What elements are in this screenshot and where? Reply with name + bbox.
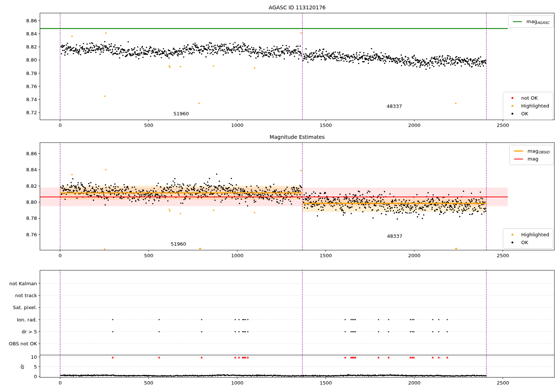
plot3-flag-dot	[354, 319, 355, 320]
plot3-flag-category-label: dr > 5	[22, 329, 37, 335]
plot2-highlighted-point	[105, 169, 107, 171]
plot3-flag-category-label: OBS not OK	[9, 341, 37, 346]
plot2-y-tick-label: 8.80	[26, 199, 37, 205]
legend-status-item: Highlighted	[507, 102, 549, 110]
plot3-flag-dot	[247, 331, 248, 332]
plot3-flag-dot	[410, 331, 411, 332]
plot2-x-tick-label: 0	[59, 253, 62, 258]
plot2-highlighted-point	[300, 170, 302, 171]
plot3-flag-dot	[201, 319, 202, 320]
plot3-flag-dot	[447, 331, 448, 332]
figure-canvas: 5196048337050010001500200025008.728.748.…	[0, 0, 560, 392]
legend-status-item: OK	[507, 110, 549, 118]
legend-point-status-2: HighlightedOK	[503, 228, 553, 249]
plot2-y-tick-label: 8.84	[26, 167, 37, 172]
plot3-dr-clipped-flag	[234, 357, 236, 358]
plot3-flag-dot	[112, 331, 113, 332]
plot3-flag-dot	[159, 331, 160, 332]
legend-status-2-item: OK	[507, 239, 549, 246]
plot2-highlighted-point	[213, 209, 214, 211]
plot1-x-tick-label: 2500	[497, 122, 509, 128]
plot1-y-tick-label: 8.84	[26, 31, 37, 37]
plot1-highlighted-point	[254, 67, 255, 69]
legend-status-dot-swatch	[511, 97, 513, 99]
plot3-dr-clipped-flag	[438, 357, 440, 358]
legend-mag-lines-item: mag	[513, 155, 550, 163]
plot1-highlighted-point	[198, 103, 200, 104]
legend-status-dot-swatch	[511, 105, 513, 107]
legend-status-2-dot-swatch	[511, 234, 513, 236]
plot2-highlighted-point	[71, 174, 73, 175]
plot1-highlighted-point	[168, 65, 170, 67]
legend-mag-lines-line-swatch	[514, 159, 523, 159]
plot3-dr-clipped-flag	[388, 357, 390, 358]
plot3-flag-category-label: not Kalman	[9, 281, 37, 286]
plot3-dr-clipped-flag	[446, 357, 448, 358]
plot3-axes-frame	[40, 270, 554, 377]
plot3-flag-dot	[355, 319, 356, 320]
legend-mag-lines-label: magOBSID	[528, 148, 550, 154]
plot3-x-tick-label: 2000	[408, 380, 420, 386]
plot2-x-tick-label: 1000	[231, 253, 243, 258]
plot2-y-tick-label: 8.82	[26, 183, 37, 189]
plot3-flag-dot	[201, 331, 202, 332]
plot2-y-tick-label: 8.76	[26, 232, 37, 237]
plot2-highlighted-point	[169, 211, 171, 212]
plot3-flag-dot	[243, 331, 245, 332]
plot1-y-tick-label: 8.74	[26, 97, 37, 102]
plot3-flag-dot	[352, 331, 353, 332]
plot2-x-tick-label: 500	[144, 253, 153, 258]
plot3-flag-dot	[378, 331, 379, 332]
plot2-x-tick-label: 2000	[408, 253, 420, 258]
legend-status-2-label: OK	[521, 240, 528, 245]
legend-status-label: not OK	[521, 95, 538, 101]
plot3-flag-dot	[345, 331, 346, 332]
plot3-dr-tick-label: 10	[31, 354, 37, 360]
plot3-flag-dot	[355, 331, 356, 332]
plot3-dr-clipped-flag	[354, 357, 357, 358]
plot3-flag-dot	[388, 319, 389, 320]
plot3-flag-dot	[235, 331, 236, 332]
plot3-flag-dot	[378, 319, 379, 320]
plot3-flag-dot	[235, 319, 236, 320]
plot3-flag-dot	[243, 319, 245, 320]
plot3-flag-dot	[159, 319, 160, 320]
plot3-x-tick-label: 1500	[320, 380, 332, 386]
plot3-x-tick-label: 1000	[231, 380, 243, 386]
plot1-highlighted-point	[180, 66, 181, 68]
plot3-dr-clipped-flag	[344, 357, 346, 358]
plot3-flag-dot	[438, 331, 439, 332]
plot3-dr-clipped-flag	[247, 357, 249, 358]
legend-status-2-label: Highlighted	[521, 232, 549, 237]
plot1-x-tick-label: 2000	[408, 122, 420, 128]
plot3-flag-dot	[413, 319, 414, 320]
plot3-dr-clipped-flag	[158, 357, 160, 358]
plot3-dr-tick-label: 0	[34, 374, 37, 379]
plot3-dr-clipped-flag	[377, 357, 380, 358]
plot3-flag-category-label: Ion. rad.	[17, 317, 37, 323]
plot3-x-tick-label: 2500	[497, 380, 509, 386]
plot1-y-tick-label: 8.80	[26, 57, 37, 63]
plot3-dr-clipped-flag	[409, 357, 411, 358]
plot1-title: AGASC ID 113120176	[40, 4, 554, 10]
legend-mag-lines-item: magOBSID	[513, 147, 550, 155]
plot3-dr-clipped-flag	[413, 357, 415, 358]
plot2-clipped-outlier-marker	[199, 248, 201, 250]
plot3-flag-dot	[351, 331, 352, 332]
plot3-flag-category-label: Sat. pixel.	[13, 305, 37, 310]
legend-mag-agasc-label-subscript: AGASC	[537, 21, 550, 25]
plot3-flag-dot	[412, 331, 413, 332]
plot3-flag-dot	[388, 331, 389, 332]
plot3-flag-dot	[447, 319, 448, 320]
plot1-highlighted-point	[169, 66, 171, 68]
plot2-obsid-annotation: 51960	[171, 241, 186, 247]
plot3-flag-dot	[239, 319, 240, 320]
plot3-flag-dot	[412, 319, 413, 320]
legend-point-status: not OKHighlightedOK	[503, 92, 553, 120]
plot2-y-tick-label: 8.86	[26, 151, 37, 156]
legend-mag-agasc: magAGASC	[508, 15, 554, 28]
plot3-flag-dot	[112, 319, 113, 320]
plot3-flag-dot	[354, 331, 355, 332]
plot1-y-tick-label: 8.86	[26, 18, 37, 24]
plot3-dr-tick-label: 5	[34, 364, 37, 370]
